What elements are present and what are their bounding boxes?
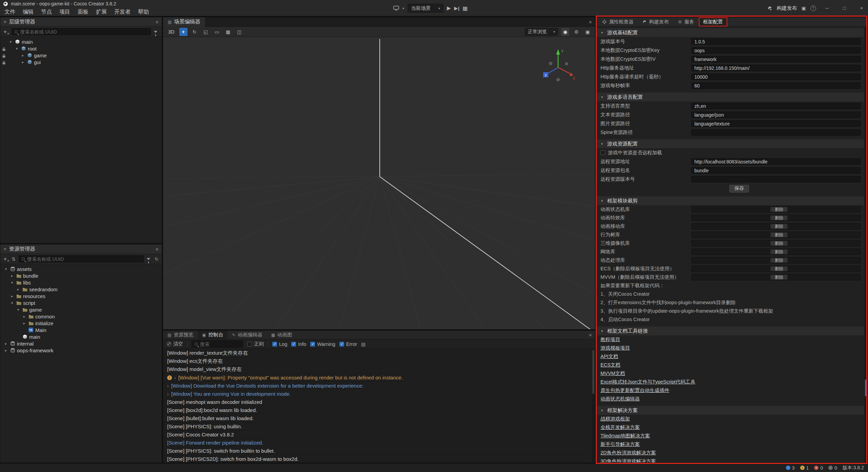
console-search-input[interactable]: [200, 341, 240, 347]
menu-item[interactable]: 节点: [37, 8, 56, 16]
filter-icon[interactable]: [147, 258, 150, 260]
field-input[interactable]: 10000: [691, 74, 861, 80]
tree-row[interactable]: gui: [0, 59, 162, 65]
tree-row[interactable]: game: [0, 52, 162, 59]
field-input[interactable]: oops: [691, 47, 861, 54]
console-tab-2[interactable]: 控制台: [198, 331, 228, 339]
tree-row[interactable]: oops-framework: [0, 347, 162, 354]
minimize-button[interactable]: [821, 0, 833, 16]
assets-search-input[interactable]: [27, 256, 141, 262]
doc-link[interactable]: 游戏模板项目: [600, 345, 630, 351]
inspector-scrollbar[interactable]: [864, 27, 868, 463]
scene-editor-tab[interactable]: 场景编辑器: [163, 17, 205, 27]
delete-button[interactable]: 删除: [770, 266, 788, 271]
step-button[interactable]: [454, 5, 459, 11]
help-icon[interactable]: [810, 5, 816, 11]
scale-tool-icon[interactable]: [202, 28, 210, 36]
expand-arrow[interactable]: [22, 321, 26, 326]
console-tab-4[interactable]: 动画图: [267, 331, 297, 339]
regex-checkbox[interactable]: [247, 342, 252, 347]
filter-checkbox[interactable]: [291, 342, 296, 347]
expand-arrow[interactable]: ›: [174, 375, 176, 380]
tree-row[interactable]: main: [0, 333, 162, 340]
field-input[interactable]: zh,en: [691, 103, 861, 109]
hierarchy-search-input[interactable]: [20, 29, 148, 35]
scene-settings-icon[interactable]: [572, 28, 580, 36]
play-button[interactable]: [447, 5, 451, 11]
doc-link[interactable]: MVVM文档: [600, 370, 625, 377]
expand-arrow[interactable]: ›: [167, 391, 169, 397]
delete-button[interactable]: 删除: [770, 275, 788, 280]
maximize-button[interactable]: [838, 0, 851, 16]
field-input[interactable]: language/texture: [691, 120, 861, 127]
tree-row[interactable]: bundle: [0, 272, 162, 279]
menu-item[interactable]: 编辑: [19, 8, 37, 16]
expand-arrow[interactable]: [21, 60, 25, 64]
add-node-button[interactable]: [3, 28, 8, 35]
delete-button[interactable]: 删除: [770, 232, 788, 237]
filter-checkbox[interactable]: [339, 342, 344, 347]
tree-row[interactable]: assets: [0, 266, 162, 272]
inspector-tab-2[interactable]: 构建发布: [638, 17, 673, 26]
console-scrollbar[interactable]: [591, 349, 595, 463]
expand-arrow[interactable]: [16, 287, 20, 292]
expand-arrow[interactable]: [4, 348, 8, 353]
log-count[interactable]: 3: [786, 465, 795, 471]
collapse-arrow[interactable]: [600, 329, 604, 333]
console-tab-3[interactable]: 动画编辑器: [228, 331, 267, 339]
doc-link[interactable]: 战棋游戏框架: [600, 416, 630, 422]
section-header[interactable]: 游戏多语言配置: [596, 93, 864, 101]
expand-arrow[interactable]: ›: [167, 383, 169, 389]
snap-tool-icon[interactable]: [224, 28, 232, 36]
task-count[interactable]: 0: [828, 465, 837, 471]
doc-link[interactable]: 原生包热更新配置自动生成插件: [600, 387, 669, 394]
expand-arrow[interactable]: [4, 341, 8, 346]
menu-item[interactable]: 项目: [56, 8, 74, 16]
doc-link[interactable]: 教程项目: [600, 336, 620, 343]
error-count[interactable]: 0: [814, 465, 823, 471]
tree-row[interactable]: main: [0, 38, 162, 45]
warning-count[interactable]: 1: [800, 465, 809, 471]
doc-link[interactable]: 3D角色扮演游戏解决方案: [600, 458, 656, 463]
expand-arrow[interactable]: [21, 53, 25, 58]
field-input[interactable]: language/json: [691, 112, 861, 118]
tree-row[interactable]: libs: [0, 279, 162, 286]
scrollbar-thumb[interactable]: [592, 350, 594, 394]
section-header[interactable]: 游戏基础配置: [596, 28, 864, 37]
collapse-arrow[interactable]: [600, 95, 604, 99]
sort-icon[interactable]: [12, 256, 16, 262]
close-button[interactable]: [855, 0, 868, 16]
menu-item[interactable]: 扩展: [92, 8, 111, 16]
tree-row[interactable]: script: [0, 299, 162, 306]
collapse-arrow[interactable]: [600, 199, 604, 203]
log-filter[interactable]: Error: [339, 341, 357, 347]
delete-button[interactable]: 删除: [770, 215, 788, 220]
doc-link[interactable]: 全栈开发解决方案: [600, 424, 640, 431]
pivot-tool-icon[interactable]: [235, 28, 243, 36]
log-filter[interactable]: Info: [291, 341, 306, 347]
doc-link[interactable]: Excel格式转Json文件与TypeScript代码工具: [600, 379, 695, 385]
log-file-icon[interactable]: [361, 341, 366, 347]
preview-window-icon[interactable]: [802, 5, 806, 11]
inspector-tab-4[interactable]: 框架配置: [699, 17, 727, 26]
mode-3d-button[interactable]: 3D: [166, 29, 176, 35]
hierarchy-menu-icon[interactable]: [156, 19, 158, 25]
scene-select[interactable]: 当前场景: [408, 4, 443, 13]
doc-link[interactable]: 动画状态机编辑器: [600, 396, 640, 402]
expand-arrow[interactable]: [8, 40, 13, 44]
log-row[interactable]: ›[Window] Download the Vue Devtools exte…: [163, 382, 591, 390]
field-input[interactable]: [691, 176, 861, 182]
collapse-arrow[interactable]: [600, 31, 604, 35]
scene-viewport[interactable]: Y X Z: [163, 37, 595, 329]
lock-icon[interactable]: [2, 53, 6, 57]
field-input[interactable]: bundle: [691, 167, 861, 174]
collapse-arrow[interactable]: [600, 142, 604, 146]
tree-row[interactable]: resources: [0, 293, 162, 299]
add-asset-button[interactable]: [3, 256, 8, 262]
doc-link[interactable]: Tiledmap地图解决方案: [600, 433, 650, 439]
clear-console-button[interactable]: 清空: [167, 341, 183, 347]
orientation-gizmo[interactable]: Y X Z: [536, 44, 580, 88]
filter-icon[interactable]: [154, 31, 157, 33]
lock-icon[interactable]: [2, 60, 6, 64]
expand-arrow[interactable]: [10, 301, 14, 305]
